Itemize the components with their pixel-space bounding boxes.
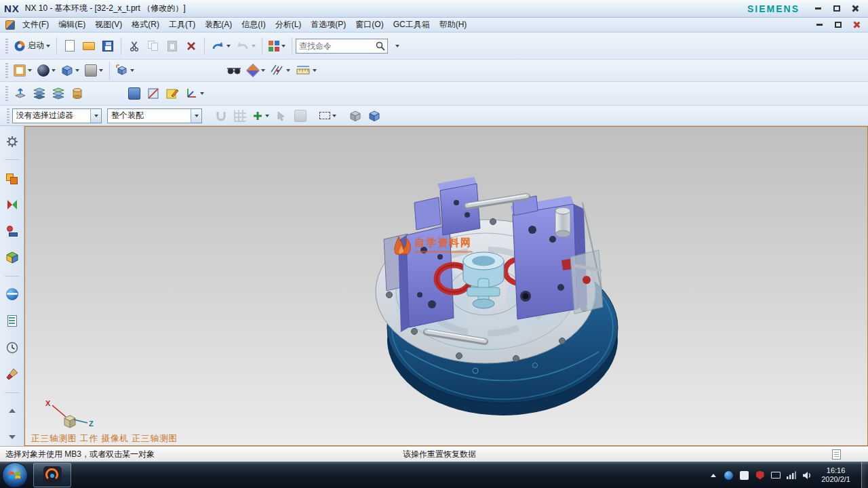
- menu-view[interactable]: 视图(V): [90, 18, 127, 32]
- toolbar-drag-handle[interactable]: [5, 63, 8, 78]
- menu-information[interactable]: 信息(I): [237, 18, 270, 32]
- move-object-button[interactable]: [11, 83, 30, 104]
- chevron-down-icon[interactable]: [265, 115, 269, 117]
- true-shading-button[interactable]: [11, 60, 35, 81]
- visual-effects-button[interactable]: [224, 60, 244, 81]
- menu-gc-toolbox[interactable]: GC工具箱: [389, 18, 435, 32]
- command-search-input[interactable]: [299, 41, 375, 51]
- highlight-button[interactable]: [291, 106, 310, 126]
- layer-settings-button[interactable]: [30, 83, 49, 104]
- combo-dropdown-button[interactable]: [90, 109, 101, 123]
- menu-format[interactable]: 格式(R): [127, 18, 164, 32]
- menu-help[interactable]: 帮助(H): [435, 18, 472, 32]
- undo-button[interactable]: [208, 36, 233, 56]
- chevron-down-icon[interactable]: [200, 92, 204, 95]
- history-palette-tab[interactable]: [3, 312, 21, 329]
- menu-file[interactable]: 文件(F): [18, 18, 54, 32]
- tray-ime-icon[interactable]: [739, 470, 749, 481]
- deselect-button[interactable]: [272, 106, 291, 126]
- tray-help-icon[interactable]: [724, 470, 734, 481]
- chevron-down-icon[interactable]: [226, 45, 231, 47]
- menu-edit[interactable]: 编辑(E): [54, 18, 90, 32]
- chevron-down-icon[interactable]: [313, 69, 317, 72]
- snap-point-button[interactable]: [268, 60, 293, 81]
- menu-tools[interactable]: 工具(T): [164, 18, 200, 32]
- child-close-button[interactable]: [847, 19, 865, 30]
- resource-bar-options-button[interactable]: [3, 133, 21, 150]
- web-browser-tab[interactable]: [3, 286, 21, 303]
- menu-window[interactable]: 窗口(O): [351, 18, 388, 32]
- chevron-down-icon[interactable]: [286, 69, 290, 72]
- child-minimize-button[interactable]: [810, 19, 829, 30]
- fit-view-button[interactable]: [113, 60, 137, 81]
- render-style-button[interactable]: [35, 60, 58, 81]
- part-navigator-toggle-button[interactable]: [125, 83, 144, 104]
- taskbar-clock[interactable]: 16:16 2020/2/1: [821, 466, 850, 484]
- roles-tab[interactable]: [3, 365, 21, 382]
- sidebar-scroll-up-button[interactable]: [3, 403, 21, 420]
- toolbar-drag-handle[interactable]: [5, 39, 8, 54]
- tray-volume-icon[interactable]: [802, 470, 812, 481]
- cad-model[interactable]: [25, 127, 868, 445]
- combo-dropdown-button[interactable]: [191, 109, 201, 123]
- new-part-button[interactable]: [60, 36, 79, 56]
- selection-intent-button[interactable]: [244, 60, 268, 81]
- marquee-select-button[interactable]: [317, 106, 339, 126]
- measure-button[interactable]: [293, 60, 319, 81]
- nx-taskbar-button[interactable]: [33, 463, 71, 487]
- status-note-icon[interactable]: [832, 449, 841, 460]
- toolbar-options-button[interactable]: [388, 36, 407, 56]
- roll-button[interactable]: [68, 83, 87, 104]
- hidden-icons-button[interactable]: [708, 470, 718, 481]
- search-icon[interactable]: [375, 41, 386, 52]
- window-restore-button[interactable]: [827, 3, 846, 14]
- sidebar-scroll-down-button[interactable]: [3, 429, 21, 446]
- chevron-down-icon[interactable]: [28, 69, 32, 72]
- chevron-down-icon[interactable]: [52, 69, 56, 72]
- tray-display-icon[interactable]: [770, 470, 781, 481]
- tray-antivirus-icon[interactable]: [755, 470, 765, 481]
- system-materials-tab[interactable]: [3, 339, 21, 356]
- magnet-snap-button[interactable]: [212, 106, 231, 126]
- part-navigator-tab[interactable]: [3, 223, 21, 240]
- menu-preferences[interactable]: 首选项(P): [306, 18, 351, 32]
- document-icon[interactable]: [5, 20, 15, 30]
- chevron-down-icon[interactable]: [261, 69, 265, 72]
- window-layout-button[interactable]: [266, 36, 288, 56]
- start-button[interactable]: [2, 462, 28, 488]
- chevron-down-icon[interactable]: [75, 69, 79, 72]
- window-minimize-button[interactable]: [809, 3, 827, 14]
- chevron-down-icon[interactable]: [252, 45, 256, 47]
- open-button[interactable]: [79, 36, 98, 56]
- chevron-down-icon[interactable]: [281, 45, 285, 47]
- layer-visible-button[interactable]: [49, 83, 68, 104]
- paste-button[interactable]: [163, 36, 182, 56]
- toolbar-drag-handle[interactable]: [7, 108, 9, 123]
- menu-analysis[interactable]: 分析(L): [271, 18, 307, 32]
- delete-button[interactable]: [182, 36, 201, 56]
- start-menu-button[interactable]: 启动: [11, 36, 53, 56]
- assembly-navigator-tab[interactable]: [3, 169, 21, 186]
- cut-button[interactable]: [125, 36, 144, 56]
- graphics-window[interactable]: 自学资料网 X Z 正三轴测图 工作 摄像机 正三轴测图: [24, 126, 868, 446]
- edit-section-button[interactable]: [144, 83, 163, 104]
- orient-view-button[interactable]: [58, 60, 82, 81]
- background-button[interactable]: [82, 60, 106, 81]
- save-button[interactable]: [98, 36, 117, 56]
- redo-button[interactable]: [233, 36, 258, 56]
- chevron-down-icon[interactable]: [332, 115, 336, 117]
- window-close-button[interactable]: [846, 3, 864, 14]
- show-solid-button[interactable]: [346, 106, 365, 126]
- toolbar-drag-handle[interactable]: [5, 86, 8, 101]
- chevron-down-icon[interactable]: [46, 45, 50, 47]
- copy-button[interactable]: [144, 36, 163, 56]
- menu-assemblies[interactable]: 装配(A): [200, 18, 237, 32]
- add-to-selection-button[interactable]: [250, 106, 272, 126]
- chevron-down-icon[interactable]: [99, 69, 103, 72]
- chevron-down-icon[interactable]: [130, 69, 134, 72]
- title-bar[interactable]: NX NX 10 - 基本环境 - [32-2_x_t.prt （修改的）] S…: [0, 0, 868, 18]
- show-shaded-button[interactable]: [365, 106, 384, 126]
- constraint-navigator-tab[interactable]: [3, 196, 21, 213]
- selection-filter-combo[interactable]: 没有选择过滤器: [12, 108, 102, 123]
- wcs-button[interactable]: [182, 83, 207, 104]
